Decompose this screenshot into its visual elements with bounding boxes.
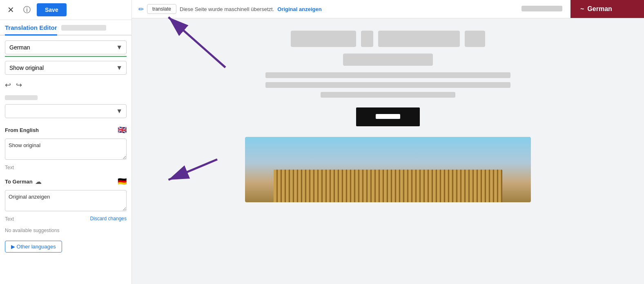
to-flag: 🇩🇪 (118, 177, 127, 186)
panel-body: German French Spanish ▼ Show original Sh… (0, 36, 131, 257)
panel-subtitle-bar (61, 25, 106, 31)
cloud-icon: ☁ (35, 178, 42, 186)
from-text-label: Text (5, 165, 127, 170)
notification-bar: ✏ translate Diese Seite wurde maschinell… (132, 0, 644, 18)
to-left: To German ☁ (5, 178, 42, 186)
language-select[interactable]: German French Spanish (5, 40, 127, 54)
notification-text: Diese Seite wurde maschinell übersetzt. (180, 6, 274, 12)
from-section-label: From English (5, 127, 39, 133)
translate-button[interactable]: translate (147, 4, 176, 14)
info-button[interactable]: ⓘ (20, 3, 33, 16)
text-line-3 (321, 92, 455, 98)
german-badge-label: German (587, 5, 612, 13)
to-text-area[interactable]: Original anzeigen (5, 190, 127, 211)
to-section-header: To German ☁ 🇩🇪 (5, 177, 127, 186)
undo-button[interactable]: ↩ (5, 81, 11, 89)
language-dropdown[interactable]: German French Spanish ▼ (5, 40, 127, 54)
left-panel: ✕ ⓘ Save Translation Editor German Frenc… (0, 0, 132, 284)
discard-changes-link[interactable]: Discard changes (90, 216, 127, 221)
save-button[interactable]: Save (37, 3, 67, 16)
to-section-label: To German (5, 179, 33, 185)
top-bar: ✕ ⓘ Save (0, 0, 131, 20)
other-languages-button[interactable]: ▶ Other languages (5, 241, 62, 253)
building-structure (274, 170, 502, 202)
german-badge-icon: ~ (580, 5, 584, 13)
no-suggestions-text: No available suggestions (5, 228, 127, 233)
heading-block-2 (361, 31, 373, 47)
original-link[interactable]: Original anzeigen (277, 6, 321, 12)
pencil-icon: ✏ (138, 5, 144, 13)
heading-block-4 (465, 31, 485, 47)
placeholder-bar-1 (5, 95, 38, 100)
secondary-select[interactable] (5, 104, 127, 118)
from-flag: 🇬🇧 (118, 125, 127, 134)
show-original-select[interactable]: Show original Show translation (5, 61, 127, 75)
main-area: ✏ translate Diese Seite wurde maschinell… (132, 0, 644, 284)
close-button[interactable]: ✕ (4, 3, 17, 16)
sub-heading-block (343, 54, 433, 66)
text-line-1 (265, 72, 510, 78)
panel-header: Translation Editor (0, 20, 131, 36)
cta-button[interactable] (356, 107, 420, 126)
cta-button-label (376, 114, 400, 119)
german-badge: ~ German (570, 0, 644, 18)
from-text-area[interactable]: Show original (5, 139, 127, 160)
building-image (245, 137, 531, 202)
undo-redo-bar: ↩ ↪ (5, 79, 127, 91)
panel-title: Translation Editor (5, 24, 57, 36)
secondary-dropdown[interactable]: ▼ (5, 104, 127, 118)
green-underline (5, 56, 127, 57)
to-text-label: Text (5, 216, 14, 222)
text-line-2 (265, 82, 510, 88)
heading-block-3 (378, 31, 460, 47)
show-original-dropdown[interactable]: Show original Show translation ▼ (5, 61, 127, 75)
heading-block-1 (291, 31, 356, 47)
from-section-header: From English 🇬🇧 (5, 125, 127, 134)
top-right-gray-bar (521, 6, 562, 11)
text-meta-row: Text Discard changes (5, 215, 127, 222)
content-area (132, 18, 644, 215)
content-lines (265, 72, 510, 98)
redo-button[interactable]: ↪ (16, 81, 22, 89)
heading-blocks (291, 31, 485, 47)
